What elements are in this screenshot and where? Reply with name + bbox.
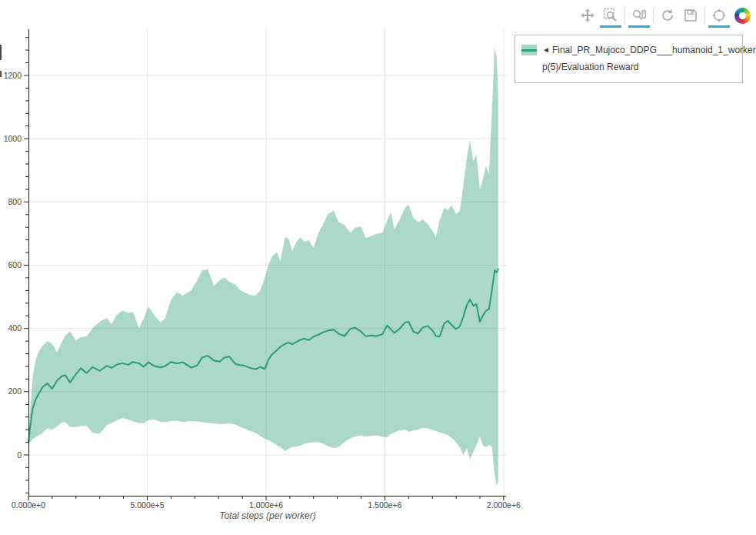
crosshair-icon bbox=[711, 8, 727, 23]
bokeh-logo[interactable] bbox=[733, 6, 751, 25]
svg-text:800: 800 bbox=[8, 197, 22, 206]
wheel-zoom-icon bbox=[631, 8, 647, 23]
reset-tool-button[interactable] bbox=[658, 6, 677, 25]
y-axis-title-clipped bbox=[0, 45, 2, 60]
wheel-zoom-tool-button[interactable] bbox=[630, 6, 648, 25]
legend-swatch-band bbox=[521, 45, 537, 55]
svg-text:5.000e+5: 5.000e+5 bbox=[130, 500, 164, 510]
svg-text:0.000e+0: 0.000e+0 bbox=[12, 500, 45, 510]
svg-text:1.500e+6: 1.500e+6 bbox=[368, 500, 401, 510]
pan-tool-button[interactable] bbox=[578, 6, 597, 25]
legend-label-line1: Final_PR_Mujoco_DDPG___humanoid_1_worker… bbox=[552, 45, 756, 55]
svg-text:200: 200 bbox=[8, 386, 22, 396]
toolbar-divider bbox=[704, 8, 705, 22]
legend[interactable]: ◄Final_PR_Mujoco_DDPG___humanoid_1_worke… bbox=[515, 35, 743, 83]
bokeh-logo-icon bbox=[734, 8, 751, 24]
save-icon bbox=[683, 8, 698, 23]
x-axis-title: Total steps (per worker) bbox=[219, 510, 316, 521]
svg-text:1200: 1200 bbox=[4, 71, 22, 80]
plot-toolbar bbox=[578, 5, 751, 26]
legend-swatch-line bbox=[521, 49, 537, 52]
legend-marker-icon: ◄ bbox=[542, 45, 550, 54]
y-axis-title-clipped bbox=[0, 71, 2, 77]
box-zoom-icon bbox=[603, 8, 618, 23]
crosshair-tool-button[interactable] bbox=[710, 6, 728, 25]
bokeh-figure: 0.000e+05.000e+51.000e+61.500e+62.000e+6… bbox=[0, 0, 756, 535]
toolbar-divider bbox=[653, 8, 654, 22]
toolbar-divider bbox=[624, 8, 625, 22]
box-zoom-tool-button[interactable] bbox=[601, 6, 620, 25]
svg-text:600: 600 bbox=[8, 260, 22, 269]
pan-icon bbox=[580, 8, 595, 23]
svg-text:400: 400 bbox=[8, 323, 22, 333]
svg-text:2.000e+6: 2.000e+6 bbox=[487, 500, 521, 510]
reset-icon bbox=[660, 8, 675, 23]
legend-label: ◄Final_PR_Mujoco_DDPG___humanoid_1_worke… bbox=[542, 42, 756, 75]
svg-text:1.000e+6: 1.000e+6 bbox=[249, 500, 283, 510]
std-band bbox=[28, 48, 498, 486]
legend-label-line2: p(5)/Evaluation Reward bbox=[542, 59, 756, 75]
svg-text:0: 0 bbox=[17, 450, 22, 460]
svg-text:1000: 1000 bbox=[4, 134, 22, 143]
save-tool-button[interactable] bbox=[681, 6, 700, 25]
